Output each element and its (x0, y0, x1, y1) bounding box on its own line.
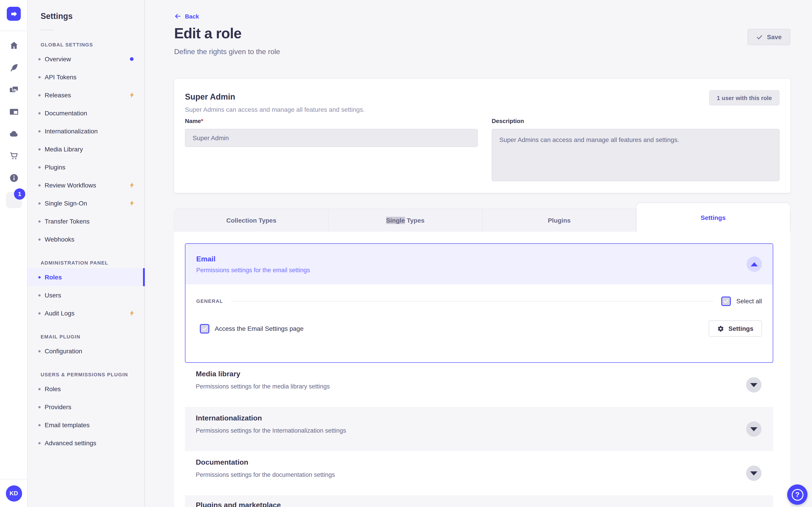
main-nav-rail: 1 KD (0, 0, 28, 507)
permission-row[interactable]: Access the Email Settings page (200, 324, 304, 333)
content-manager-icon (8, 106, 19, 117)
accordion-email-body: GENERAL Select all (186, 296, 773, 337)
tab-collection-types[interactable]: Collection Types (174, 209, 328, 232)
subnav-item-single-sign-on[interactable]: Single Sign-On (28, 194, 144, 212)
collapse-button[interactable] (747, 257, 762, 272)
expand-button[interactable] (746, 377, 761, 393)
avatar[interactable]: KD (6, 485, 22, 501)
back-link[interactable]: Back (174, 13, 199, 20)
rail-item-marketplace-cart-icon[interactable] (0, 145, 28, 167)
accordion-media-library[interactable]: Media libraryPermissions settings for th… (185, 363, 773, 407)
subnav-item-label: Roles (45, 274, 62, 281)
subnav-item-label: Releases (45, 92, 71, 99)
subnav-item-users[interactable]: Users (28, 286, 144, 304)
accordion-email-title: Email (196, 255, 310, 263)
accordion-plugins-and-marketplace[interactable]: Plugins and marketplace (185, 495, 773, 507)
name-label: Name* (185, 118, 478, 124)
tab-label: Single Types (386, 217, 424, 224)
rail-item-deploy-cloud-icon[interactable] (0, 123, 28, 145)
subnav-section-label: ADMINISTRATION PANEL (28, 260, 144, 266)
save-label: Save (767, 33, 781, 41)
subnav-item-documentation[interactable]: Documentation (28, 104, 144, 122)
subnav-item-overview[interactable]: Overview (28, 50, 144, 68)
page-subtitle: Define the rights given to the role (174, 48, 280, 56)
subnav-item-label: Documentation (45, 110, 87, 117)
subnav-item-transfer-tokens[interactable]: Transfer Tokens (28, 212, 144, 230)
bullet-icon (38, 424, 41, 426)
settings-subnav: Settings GLOBAL SETTINGSOverviewAPI Toke… (28, 0, 145, 507)
subnav-item-review-workflows[interactable]: Review Workflows (28, 176, 144, 194)
bullet-icon (38, 312, 41, 314)
subnav-item-internationalization[interactable]: Internationalization (28, 122, 144, 140)
select-all-checkbox[interactable] (721, 296, 731, 306)
marketplace-cart-icon (8, 150, 19, 161)
expand-button[interactable] (746, 465, 761, 481)
bullet-icon (38, 406, 41, 408)
bullet-icon (38, 112, 41, 114)
rail-item-settings-gear-icon[interactable]: 1 (0, 189, 28, 211)
bullet-icon (38, 76, 41, 78)
rail-item-info-icon[interactable] (0, 167, 28, 189)
rail-item-media-library-icon[interactable] (0, 78, 28, 101)
bullet-icon (38, 220, 41, 222)
subnav-section-label: USERS & PERMISSIONS PLUGIN (28, 372, 144, 377)
permission-checkbox[interactable] (200, 324, 209, 333)
save-button[interactable]: Save (748, 29, 790, 45)
description-textarea[interactable] (492, 129, 779, 181)
subnav-item-advanced-settings[interactable]: Advanced settings (28, 434, 144, 452)
subnav-item-media-library[interactable]: Media Library (28, 140, 144, 158)
permission-settings-button[interactable]: Settings (709, 321, 762, 337)
subnav-item-api-tokens[interactable]: API Tokens (28, 68, 144, 86)
users-with-role-button[interactable]: 1 user with this role (709, 90, 779, 105)
bullet-icon (38, 442, 41, 444)
bullet-icon (38, 166, 41, 168)
tab-label: Plugins (548, 217, 571, 224)
select-all-label: Select all (736, 297, 762, 305)
bullet-icon (38, 94, 41, 96)
bolt-icon (129, 181, 135, 191)
tab-plugins[interactable]: Plugins (483, 209, 637, 232)
help-button[interactable]: ? (787, 485, 808, 505)
accordion-email-subtitle: Permissions settings for the email setti… (196, 267, 310, 273)
tab-single-types[interactable]: Single Types (328, 209, 483, 232)
rail-item-content-type-builder-icon[interactable] (0, 56, 28, 78)
accordion-documentation[interactable]: DocumentationPermissions settings for th… (185, 451, 773, 495)
bullet-icon (38, 202, 41, 205)
subnav-section-email-plugin: EMAIL PLUGINConfiguration (28, 334, 144, 360)
rail-footer: KD (0, 479, 28, 507)
subnav-item-releases[interactable]: Releases (28, 86, 144, 104)
role-name-heading: Super Admin (185, 93, 779, 102)
active-indicator (143, 268, 145, 286)
subnav-item-label: Plugins (45, 164, 65, 171)
permissions-tablist: Collection TypesSingle TypesPluginsSetti… (174, 209, 790, 232)
check-icon (756, 34, 763, 40)
subnav-item-roles[interactable]: Roles (28, 380, 144, 398)
tab-settings[interactable]: Settings (637, 203, 790, 232)
rail-item-content-manager-icon[interactable] (0, 101, 28, 123)
rail-item-home-icon[interactable] (0, 34, 28, 56)
accordion-email-header[interactable]: Email Permissions settings for the email… (186, 244, 773, 284)
tab-label: Collection Types (226, 217, 276, 224)
subnav-item-roles[interactable]: Roles (28, 268, 144, 286)
notification-dot-icon (130, 57, 134, 61)
role-description-text: Super Admins can access and manage all f… (185, 106, 779, 113)
subnav-item-configuration[interactable]: Configuration (28, 342, 144, 360)
subnav-item-providers[interactable]: Providers (28, 398, 144, 416)
subnav-item-email-templates[interactable]: Email templates (28, 416, 144, 434)
subnav-item-audit-logs[interactable]: Audit Logs (28, 304, 144, 322)
subnav-item-label: Email templates (45, 421, 90, 429)
bullet-icon (38, 388, 41, 390)
subnav-item-label: Webhooks (45, 236, 74, 243)
strapi-logo[interactable] (7, 7, 21, 21)
subnav-item-label: Transfer Tokens (45, 218, 90, 225)
subnav-item-webhooks[interactable]: Webhooks (28, 230, 144, 248)
name-input[interactable] (185, 129, 478, 147)
subnav-divider (41, 30, 53, 30)
subnav-item-label: Roles (45, 385, 61, 393)
bolt-icon (129, 91, 135, 101)
accordion-internationalization[interactable]: InternationalizationPermissions settings… (185, 407, 773, 451)
home-icon (8, 40, 19, 51)
subnav-item-plugins[interactable]: Plugins (28, 158, 144, 176)
select-all-row[interactable]: Select all (721, 296, 762, 306)
expand-button[interactable] (746, 421, 761, 437)
